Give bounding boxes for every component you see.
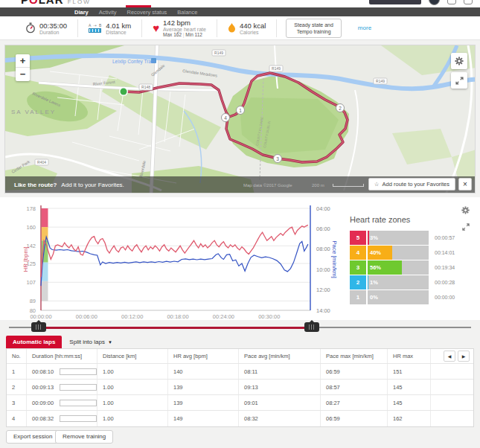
logo-o: O (29, 0, 39, 6)
zone-number: 3 (350, 260, 366, 275)
svg-text:R149: R149 (214, 51, 223, 55)
zone-percent: 56% (370, 264, 381, 271)
heart-rate-stat: ♥ 142 bpm Average heart rate Max 162 | M… (142, 19, 217, 38)
station-label: Leixlip Confey Train (112, 59, 155, 65)
lap-cell: 1.00 (97, 380, 168, 394)
lap-cell: 00:09:00 (27, 395, 97, 410)
zone-row: 53%00:00:57 (350, 231, 476, 245)
expand-icon (455, 76, 464, 86)
tab-activity[interactable]: Activity (99, 9, 117, 16)
svg-text:2: 2 (339, 106, 342, 111)
svg-text:R404: R404 (37, 160, 46, 164)
calories-stat: 440 kcal Calories (217, 19, 276, 38)
lap-cell: 139 (168, 395, 239, 410)
tab-automatic-laps[interactable]: Automatic laps (6, 336, 62, 348)
map-fullscreen-button[interactable] (451, 72, 467, 89)
map-zoom-control: + − (16, 54, 30, 81)
lap-cell: 08:32 (239, 411, 321, 426)
zone-row: 21%00:00:28 (350, 275, 476, 289)
svg-text:R149: R149 (376, 79, 385, 83)
svg-text:3: 3 (276, 156, 279, 161)
route-map[interactable]: 1 2 3 4 R148 R149 R149 R149 R404 Leixlip… (4, 45, 476, 193)
duration-label: Duration (39, 30, 67, 35)
map-settings-button[interactable] (451, 53, 467, 69)
avatar[interactable] (429, 0, 440, 5)
chevron-down-icon: ▼ (108, 340, 112, 345)
tab-split-into-laps[interactable]: Split into laps ▼ (62, 336, 120, 348)
lap-row[interactable]: 200:09:131.0013909:1308:57145 (7, 380, 473, 395)
laps-column-header: Distance [km] (97, 349, 168, 363)
bell-icon[interactable] (447, 0, 456, 4)
heart-rate-zones-panel: Heart rate zones 53%00:00:57440%00:14:01… (350, 215, 476, 305)
hr-tick: 178 (26, 205, 36, 212)
lap-cell: 08:27 (321, 395, 388, 410)
polar-flow-logo[interactable]: POLAR FLOW (21, 0, 91, 6)
duration-value: 00:35:00 (39, 22, 67, 30)
zoom-in-button[interactable]: + (16, 54, 30, 68)
lap-cell: 2 (7, 380, 27, 394)
add-route-favorites-button[interactable]: ☆ Add route to your Favorites (368, 178, 455, 191)
scrubber-handle-left[interactable] (31, 322, 46, 332)
training-chart-panel: 178160142125107898004:0006:0008:0010:001… (0, 197, 480, 320)
hr-label: Average heart rate (163, 27, 206, 32)
top-header: POLAR FLOW (0, 0, 480, 7)
remove-training-button[interactable]: Remove training (55, 430, 113, 444)
sub-navbar: Diary Activity Recovery status Balance (0, 7, 480, 16)
zone-bar-track: 1% (366, 275, 429, 289)
lap-row[interactable]: 300:09:001.0013909:0108:27145 (7, 395, 473, 411)
ruler-icon (89, 28, 101, 33)
laps-column-header: No. (7, 349, 27, 363)
svg-text:R148: R148 (141, 85, 150, 89)
more-link[interactable]: more (358, 25, 371, 31)
pager-prev-button[interactable]: ◀ (444, 351, 455, 362)
menu-icon[interactable] (464, 0, 473, 4)
zoom-out-button[interactable]: − (16, 68, 30, 81)
hr-tick: 107 (26, 279, 36, 286)
duration-bar (60, 368, 97, 375)
distance-label: Distance (106, 30, 131, 35)
calories-value: 440 kcal (240, 22, 266, 30)
pace-tick: 08:00 (316, 246, 330, 252)
zone-band (42, 208, 48, 227)
scrubber-handle-right[interactable] (304, 322, 319, 332)
duration-stat: 00:35:00 Duration (15, 19, 77, 38)
lap-cell: 00:08:10 (27, 364, 97, 379)
laps-column-header: HR avg [bpm] (168, 349, 239, 363)
tab-diary[interactable]: Diary (74, 9, 89, 16)
lap-cell: 00:09:13 (27, 380, 97, 394)
lap-row[interactable]: 100:08:101.0014008:1106:59151 (7, 364, 473, 380)
map-attribution: Map data ©2017 Google (243, 183, 292, 188)
username-label[interactable] (369, 0, 421, 4)
zone-time: 00:14:01 (435, 250, 455, 255)
close-favorites-button[interactable]: × (458, 178, 472, 191)
lap-cell: 1 (7, 364, 27, 379)
training-benefit: Steady state and Tempo training (286, 19, 342, 38)
tab-recovery-status[interactable]: Recovery status (127, 9, 167, 16)
zone-time: 00:19:34 (435, 265, 455, 270)
map-canvas[interactable]: 1 2 3 4 R148 R149 R149 R149 R404 Leixlip… (5, 45, 476, 193)
distance-stat: A ⇢ B 4.01 km Distance (78, 19, 141, 38)
zone-band (42, 281, 48, 301)
duration-bar (60, 415, 97, 422)
footer-actions: Export session Remove training (0, 428, 480, 448)
pace-tick: 14:00 (316, 307, 330, 314)
laps-column-header: Pace avg [min/km] (239, 349, 321, 363)
lap-cell: 162 (388, 411, 431, 426)
pace-tick: 10:00 (316, 266, 330, 273)
svg-text:R149: R149 (272, 66, 281, 71)
tab-balance[interactable]: Balance (177, 9, 197, 16)
lap-cell: 140 (168, 364, 239, 379)
lap-row[interactable]: 400:08:321.0014908:3206:59162 (7, 411, 473, 426)
svg-text:4: 4 (224, 115, 227, 121)
star-icon: ☆ (374, 181, 380, 188)
laps-header-row: No.Duration [hh:mm:ss]Distance [km]HR av… (7, 349, 473, 364)
lap-cell: 08:11 (239, 364, 321, 379)
zone-number: 5 (350, 231, 366, 245)
zone-percent: 0% (370, 294, 378, 301)
laps-column-header: Duration [hh:mm:ss] (27, 349, 97, 363)
gear-icon (454, 56, 464, 66)
pager-next-button[interactable]: ▶ (458, 351, 470, 362)
pace-tick: 06:00 (316, 225, 330, 232)
laps-column-header: Pace max [min/km] (321, 349, 388, 363)
export-session-button[interactable]: Export session (6, 430, 60, 444)
